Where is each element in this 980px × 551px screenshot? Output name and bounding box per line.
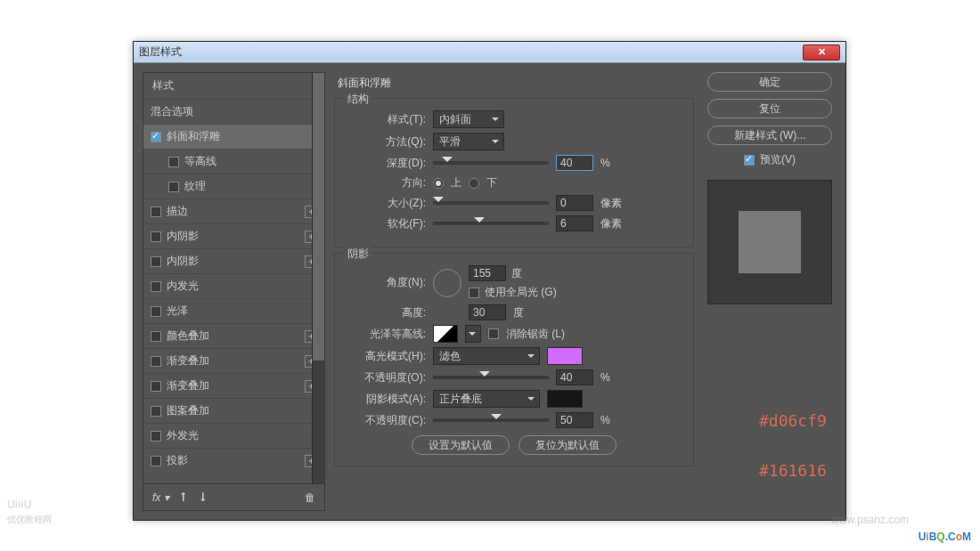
style-item[interactable]: 纹理: [143, 174, 324, 199]
style-checkbox[interactable]: [151, 207, 161, 217]
highlight-opacity-input[interactable]: 40: [556, 369, 593, 385]
style-item[interactable]: 斜面和浮雕: [143, 124, 324, 149]
shadow-mode-select[interactable]: 正片叠底: [433, 390, 540, 408]
preview-checkbox[interactable]: [744, 155, 755, 166]
highlight-color[interactable]: [547, 347, 583, 365]
style-checkbox[interactable]: [151, 356, 161, 367]
style-checkbox[interactable]: [168, 182, 179, 192]
shading-group: 阴影 角度(N): 155度 使用全局光 (G) 高度:30度 光泽等高线:消除…: [334, 253, 694, 466]
style-item[interactable]: 内发光: [143, 273, 324, 298]
cancel-button[interactable]: 复位: [707, 99, 832, 118]
make-default-button[interactable]: 设置为默认值: [412, 435, 510, 455]
watermark-brand: UiBQ.CoM: [919, 523, 971, 546]
style-item[interactable]: 颜色叠加＋: [143, 323, 324, 348]
style-item[interactable]: 图案叠加: [143, 398, 324, 423]
style-item[interactable]: 渐变叠加＋: [143, 373, 324, 398]
styles-header[interactable]: 样式: [143, 73, 324, 99]
style-checkbox[interactable]: [151, 456, 161, 466]
up-icon[interactable]: 🠕: [178, 491, 189, 504]
style-item[interactable]: 内阴影＋: [143, 248, 324, 273]
soften-input[interactable]: 6: [556, 215, 593, 231]
angle-wheel[interactable]: [433, 269, 461, 297]
altitude-input[interactable]: 30: [469, 304, 506, 320]
styles-list: 样式 混合选项 斜面和浮雕等高线纹理描边＋内阴影＋内阴影＋内发光光泽颜色叠加＋渐…: [143, 72, 325, 484]
style-item[interactable]: 等高线: [143, 149, 324, 174]
style-item[interactable]: 渐变叠加＋: [143, 348, 324, 373]
style-checkbox[interactable]: [151, 231, 161, 242]
style-select[interactable]: 内斜面: [433, 110, 504, 128]
watermark-url: www.psanz.com: [831, 514, 909, 526]
new-style-button[interactable]: 新建样式 (W)...: [707, 126, 832, 145]
style-item[interactable]: 内阴影＋: [143, 223, 324, 248]
close-button[interactable]: ✕: [803, 45, 840, 61]
scroll-thumb[interactable]: [313, 73, 324, 361]
shadow-opacity-input[interactable]: 50: [556, 412, 593, 428]
style-checkbox[interactable]: [151, 306, 161, 317]
watermark-logo: UiiiU优优教程网: [7, 497, 52, 526]
size-slider[interactable]: [433, 201, 549, 205]
dir-up-radio[interactable]: [433, 178, 444, 189]
reset-default-button[interactable]: 复位为默认值: [519, 435, 617, 455]
style-checkbox[interactable]: [151, 256, 161, 267]
depth-slider[interactable]: [433, 161, 549, 165]
style-checkbox[interactable]: [151, 331, 161, 342]
style-checkbox[interactable]: [168, 157, 179, 167]
preview-thumbnail: [707, 180, 832, 304]
style-item[interactable]: 描边＋: [143, 199, 324, 223]
scrollbar[interactable]: [312, 73, 324, 483]
dir-down-radio[interactable]: [469, 178, 479, 189]
annotation-shadow-color: #161616: [759, 461, 827, 480]
antialias-checkbox[interactable]: [488, 328, 499, 339]
global-light-checkbox[interactable]: [469, 288, 479, 298]
style-item[interactable]: 投影＋: [143, 448, 324, 473]
shadow-color[interactable]: [547, 390, 583, 408]
technique-select[interactable]: 平滑: [433, 133, 504, 150]
section-title: 斜面和浮雕: [334, 72, 694, 93]
depth-input[interactable]: 40: [556, 155, 593, 171]
style-checkbox[interactable]: [151, 281, 161, 292]
annotation-highlight-color: #d06cf9: [759, 411, 827, 430]
highlight-mode-select[interactable]: 滤色: [433, 347, 540, 365]
fx-icon[interactable]: fx ▾: [152, 491, 169, 504]
styles-footer: fx ▾ 🠕 🠗 🗑: [143, 484, 325, 511]
trash-icon[interactable]: 🗑: [305, 491, 315, 504]
gloss-contour[interactable]: [433, 325, 458, 343]
highlight-opacity-slider[interactable]: [433, 376, 549, 379]
blend-options[interactable]: 混合选项: [143, 99, 324, 124]
contour-dropdown[interactable]: [465, 325, 481, 343]
layer-style-dialog: 图层样式 ✕ 样式 混合选项 斜面和浮雕等高线纹理描边＋内阴影＋内阴影＋内发光光…: [133, 41, 846, 521]
style-checkbox[interactable]: [151, 431, 161, 442]
style-checkbox[interactable]: [151, 406, 161, 417]
style-checkbox[interactable]: [151, 381, 161, 392]
structure-group: 结构 样式(T):内斜面 方法(Q):平滑 深度(D):40% 方向:上下 大小…: [334, 98, 694, 247]
down-icon[interactable]: 🠗: [198, 491, 208, 504]
angle-input[interactable]: 155: [469, 265, 506, 281]
dialog-title: 图层样式: [139, 45, 182, 60]
style-item[interactable]: 外发光: [143, 423, 324, 448]
size-input[interactable]: 0: [556, 195, 593, 211]
titlebar[interactable]: 图层样式 ✕: [134, 42, 845, 63]
style-checkbox[interactable]: [151, 132, 161, 142]
shadow-opacity-slider[interactable]: [433, 418, 549, 422]
soften-slider[interactable]: [433, 222, 549, 225]
ok-button[interactable]: 确定: [707, 72, 832, 92]
style-item[interactable]: 光泽: [143, 298, 324, 323]
